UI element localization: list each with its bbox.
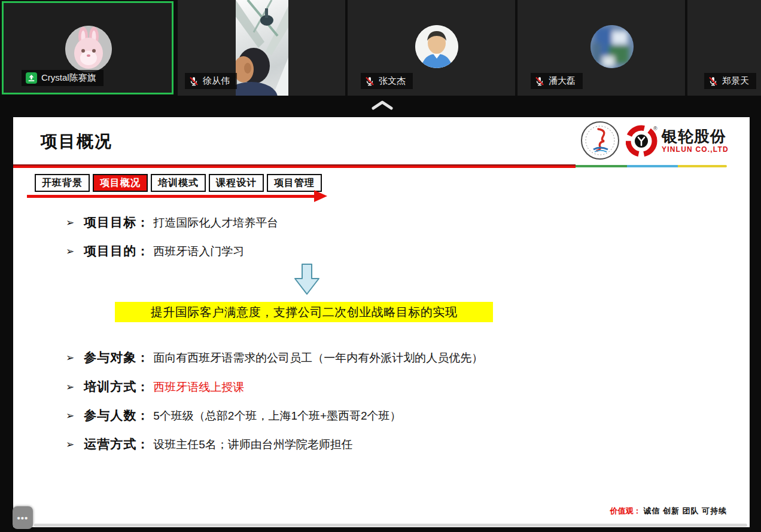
bullet-label: 项目目标： [84, 214, 150, 231]
more-panel-handle[interactable]: ••• [13, 506, 33, 529]
bullet-value: 5个班级（总部2个班，上海1个班+墨西哥2个班） [153, 408, 401, 424]
highlight-banner: 提升国际客户满意度，支撑公司二次创业战略目标的实现 [115, 302, 493, 322]
portrait-avatar-graphic [415, 25, 458, 68]
avatar [415, 25, 458, 68]
bullet-label: 培训方式： [84, 378, 150, 395]
bullet-label: 运营方式： [84, 436, 150, 452]
bullet-label: 参与人数： [84, 407, 150, 424]
bullet-marker: ➢ [66, 381, 74, 393]
participant-name: 张文杰 [379, 75, 406, 87]
tab-xiangmuguanli: 项目管理 [267, 174, 322, 192]
bullet-value: 打造国际化人才培养平台 [153, 215, 278, 231]
bullet-value: 面向有西班牙语需求的公司员工（一年内有外派计划的人员优先） [153, 350, 483, 366]
slide-tab-row: 开班背景 项目概况 培训模式 课程设计 项目管理 [35, 174, 322, 192]
mic-muted-icon [365, 77, 375, 86]
taizhou-university-seal [580, 121, 620, 160]
participant-tile[interactable]: 徐从伟 [178, 0, 345, 96]
bullet-training-method: ➢ 培训方式： 西班牙语线上授课 [66, 378, 244, 395]
screen-share-icon [26, 72, 37, 84]
bullet-value: 西班牙语线上授课 [153, 380, 244, 395]
participant-name-tag: 张文杰 [361, 73, 413, 89]
tab-kaibanbeijing: 开班背景 [35, 174, 90, 192]
participant-tile[interactable]: 郑景天 [687, 0, 761, 96]
participant-name-tag: 潘大磊 [531, 73, 583, 89]
mic-muted-icon [189, 77, 199, 86]
bullet-marker: ➢ [66, 409, 74, 422]
more-dots-icon: ••• [17, 513, 29, 523]
participant-tile[interactable]: Crystal陈赛旗 [2, 1, 173, 94]
participant-name: Crystal陈赛旗 [41, 72, 96, 84]
rule-segment-yellow [678, 165, 727, 167]
tab-peixunmoshi: 培训模式 [151, 174, 206, 192]
bullet-marker: ➢ [66, 216, 74, 229]
tab-kechengsheji: 课程设计 [209, 174, 264, 192]
values-footer-label: 价值观： [610, 506, 641, 515]
bullet-operation-method: ➢ 运营方式： 设班主任5名；讲师由台州学院老师担任 [66, 436, 353, 452]
values-footer-values: 诚信 创新 团队 可持续 [643, 506, 727, 515]
bullet-value: 西班牙语入门学习 [153, 244, 244, 259]
bullet-project-goal: ➢ 项目目标： 打造国际化人才培养平台 [66, 214, 278, 231]
bunny-avatar-graphic [65, 26, 112, 72]
rule-segment-green [576, 165, 627, 167]
svg-text:®: ® [653, 126, 657, 132]
horizontal-scrollbar[interactable] [34, 524, 747, 527]
bullet-label: 项目目的： [84, 243, 150, 259]
participant-video [236, 0, 288, 96]
participant-name: 徐从伟 [203, 75, 230, 87]
video-strip: Crystal陈赛旗 [0, 0, 761, 96]
bullet-marker: ➢ [66, 245, 74, 258]
mic-muted-icon [535, 77, 544, 86]
participant-tile[interactable]: 潘大磊 [518, 0, 685, 96]
participant-name-tag: Crystal陈赛旗 [22, 70, 104, 86]
meeting-window: Crystal陈赛旗 [0, 0, 761, 532]
bullet-marker: ➢ [66, 351, 74, 364]
chevron-up-icon [370, 99, 395, 112]
bullet-project-purpose: ➢ 项目目的： 西班牙语入门学习 [66, 243, 244, 259]
bullet-participants: ➢ 参与对象： 面向有西班牙语需求的公司员工（一年内有外派计划的人员优先） [66, 349, 483, 366]
logo-row: ® 银轮股份 YINLUN CO.,LTD [580, 121, 729, 160]
company-subtitle: YINLUN CO.,LTD [662, 146, 729, 153]
company-name: 银轮股份 [662, 129, 729, 144]
down-arrow-shape [294, 264, 319, 295]
blurred-avatar-graphic [590, 25, 634, 68]
participant-name-tag: 徐从伟 [185, 73, 237, 89]
collapse-video-strip-button[interactable] [370, 99, 395, 112]
shared-slide: 项目概况 ® 银轮股份 YINLUN CO.,LTD [13, 117, 750, 527]
participant-name: 潘大磊 [549, 75, 576, 87]
yinlun-logo: ® 银轮股份 YINLUN CO.,LTD [626, 124, 729, 157]
bullet-headcount: ➢ 参与人数： 5个班级（总部2个班，上海1个班+墨西哥2个班） [66, 407, 401, 424]
values-footer: 价值观： 诚信 创新 团队 可持续 [610, 506, 727, 516]
slide-title: 项目概况 [41, 130, 112, 153]
avatar [590, 25, 634, 68]
participant-name: 郑景天 [722, 75, 749, 87]
yinlun-wheel-logo: ® [626, 124, 658, 157]
rule-segment-blue [627, 165, 678, 167]
red-arrow-underline [27, 195, 315, 198]
participant-name-tag: 郑景天 [704, 73, 756, 89]
mic-muted-icon [708, 77, 718, 86]
tab-xiangmugaikuang: 项目概况 [93, 174, 148, 192]
title-rule [13, 164, 576, 168]
bullet-label: 参与对象： [84, 349, 150, 366]
participant-tile[interactable]: 张文杰 [348, 0, 515, 96]
avatar [65, 26, 112, 72]
bullet-value: 设班主任5名；讲师由台州学院老师担任 [153, 437, 353, 452]
bullet-marker: ➢ [66, 438, 74, 451]
